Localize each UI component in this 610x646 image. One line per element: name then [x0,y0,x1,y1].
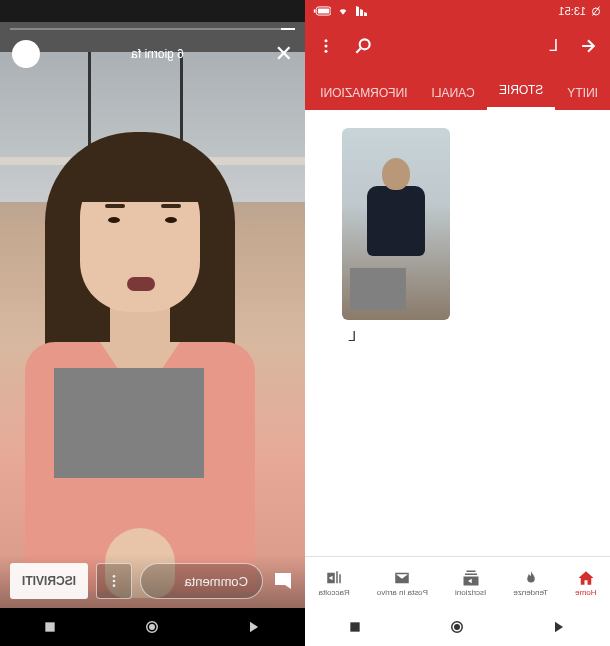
overflow-menu-icon[interactable] [317,37,335,55]
story-progress [10,28,295,30]
nav-library[interactable]: Raccolta [319,569,350,597]
comment-input[interactable]: Commenta [140,563,263,599]
sys-recent-icon[interactable] [43,620,57,634]
story-viewer[interactable]: ✕ 6 giorni fa Commenta ISCRIVITI [0,22,305,608]
tab-channels[interactable]: CANALI [420,76,487,110]
trending-icon [521,569,541,587]
status-time: 13:51 [558,5,586,17]
nav-trending[interactable]: Tendenze [513,569,548,597]
sys-back-icon[interactable] [551,619,567,635]
redaction-block [54,368,204,478]
system-navigation [305,608,610,646]
svg-rect-10 [350,622,359,631]
subscribe-label: ISCRIVITI [22,574,76,588]
subscriptions-icon [461,569,481,587]
svg-point-5 [325,39,328,42]
status-bar: 13:51 [305,0,610,22]
overflow-menu-icon [106,573,122,589]
youtube-app-screen: 13:51 L INITY STORIE CANALI INFORMAZIONI [305,0,610,646]
svg-rect-3 [314,9,316,12]
story-timestamp: 6 giorni fa [131,47,184,61]
svg-point-4 [360,39,370,49]
wifi-icon [337,6,349,16]
tab-stories[interactable]: STORIE [487,73,555,110]
story-viewer-screen: ✕ 6 giorni fa Commenta ISCRIVITI [0,0,305,646]
app-toolbar: L [305,22,610,70]
inbox-icon [392,569,412,587]
svg-point-11 [113,575,116,578]
sys-home-icon[interactable] [448,618,466,636]
nav-inbox[interactable]: Posta in arrivo [377,569,428,597]
battery-icon [313,6,331,16]
nav-label: Tendenze [513,588,548,597]
nav-label: Raccolta [319,588,350,597]
status-bar-dark [0,0,305,22]
comment-icon[interactable] [271,569,295,593]
redaction-block [350,268,406,310]
tab-community[interactable]: INITY [555,76,610,110]
sys-back-icon[interactable] [246,619,262,635]
story-thumbnail[interactable] [342,128,450,320]
home-icon [576,569,596,587]
search-icon[interactable] [353,36,373,56]
sys-home-icon[interactable] [143,618,161,636]
svg-point-12 [113,580,116,583]
nav-subscriptions[interactable]: Iscrizioni [455,569,486,597]
channel-avatar[interactable] [12,40,40,68]
signal-icon [355,6,367,16]
bottom-navigation: Home Tendenze Iscrizioni Posta in arrivo… [305,556,610,608]
stories-content: L [305,110,610,556]
tab-about[interactable]: INFORMAZIONI [308,76,419,110]
story-header: ✕ 6 giorni fa [0,36,305,72]
svg-rect-2 [318,9,329,14]
svg-point-7 [325,50,328,53]
channel-initial: L [549,37,558,55]
library-icon [324,569,344,587]
svg-point-15 [149,625,154,630]
thumbnail-person [360,158,430,268]
story-actions-bar: Commenta ISCRIVITI [0,554,305,608]
svg-point-13 [113,584,116,587]
comment-placeholder: Commenta [184,574,248,589]
subscribe-button[interactable]: ISCRIVITI [10,563,88,599]
close-icon[interactable]: ✕ [275,41,293,67]
nav-label: Iscrizioni [455,588,486,597]
sys-recent-icon[interactable] [348,620,362,634]
svg-rect-16 [45,622,54,631]
story-caption: L [348,328,356,344]
alarm-off-icon [590,5,602,17]
channel-tabs: INITY STORIE CANALI INFORMAZIONI [305,70,610,110]
system-navigation [0,608,305,646]
back-arrow-icon[interactable] [578,36,598,56]
nav-label: Home [575,588,596,597]
story-menu-button[interactable] [96,563,132,599]
svg-point-6 [325,45,328,48]
nav-home[interactable]: Home [575,569,596,597]
nav-label: Posta in arrivo [377,588,428,597]
svg-point-9 [454,625,459,630]
